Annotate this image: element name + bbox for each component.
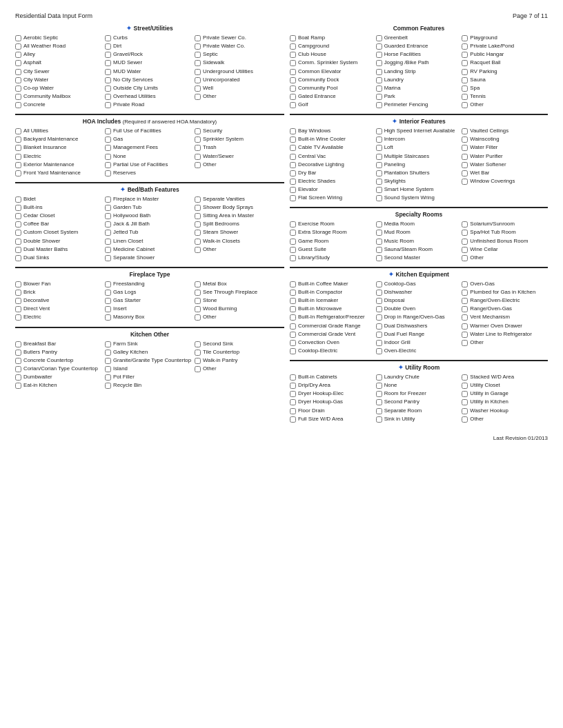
checkbox[interactable] <box>15 205 21 211</box>
checkbox[interactable] <box>195 298 201 304</box>
checkbox[interactable] <box>462 247 468 253</box>
checkbox[interactable] <box>105 136 111 143</box>
checkbox[interactable] <box>462 374 468 381</box>
checkbox[interactable] <box>105 128 111 134</box>
checkbox[interactable] <box>105 221 111 228</box>
checkbox[interactable] <box>462 69 468 75</box>
checkbox[interactable] <box>105 314 111 321</box>
checkbox[interactable] <box>195 247 201 253</box>
checkbox[interactable] <box>290 69 296 75</box>
checkbox[interactable] <box>290 77 296 83</box>
checkbox[interactable] <box>376 247 382 253</box>
checkbox[interactable] <box>376 290 382 296</box>
checkbox[interactable] <box>15 374 21 381</box>
checkbox[interactable] <box>195 358 201 364</box>
checkbox[interactable] <box>15 290 21 296</box>
checkbox[interactable] <box>15 170 21 176</box>
checkbox[interactable] <box>290 35 296 41</box>
checkbox[interactable] <box>105 35 111 41</box>
checkbox[interactable] <box>15 383 21 389</box>
checkbox[interactable] <box>105 69 111 75</box>
checkbox[interactable] <box>376 221 382 228</box>
checkbox[interactable] <box>15 213 21 219</box>
checkbox[interactable] <box>15 154 21 160</box>
checkbox[interactable] <box>376 52 382 58</box>
checkbox[interactable] <box>290 323 296 330</box>
checkbox[interactable] <box>105 281 111 287</box>
checkbox[interactable] <box>195 94 201 100</box>
checkbox[interactable] <box>376 35 382 41</box>
checkbox[interactable] <box>376 136 382 143</box>
checkbox[interactable] <box>105 290 111 296</box>
checkbox[interactable] <box>376 230 382 236</box>
checkbox[interactable] <box>15 162 21 168</box>
checkbox[interactable] <box>376 323 382 330</box>
checkbox[interactable] <box>195 213 201 219</box>
checkbox[interactable] <box>195 205 201 211</box>
checkbox[interactable] <box>195 69 201 75</box>
checkbox[interactable] <box>462 281 468 287</box>
checkbox[interactable] <box>290 408 296 414</box>
checkbox[interactable] <box>462 408 468 414</box>
checkbox[interactable] <box>462 306 468 312</box>
checkbox[interactable] <box>195 60 201 66</box>
checkbox[interactable] <box>376 348 382 354</box>
checkbox[interactable] <box>462 77 468 83</box>
checkbox[interactable] <box>105 85 111 92</box>
checkbox[interactable] <box>105 298 111 304</box>
checkbox[interactable] <box>290 162 296 168</box>
checkbox[interactable] <box>15 196 21 203</box>
checkbox[interactable] <box>376 298 382 304</box>
checkbox[interactable] <box>376 239 382 245</box>
checkbox[interactable] <box>376 391 382 397</box>
checkbox[interactable] <box>290 60 296 66</box>
checkbox[interactable] <box>290 374 296 381</box>
checkbox[interactable] <box>290 52 296 58</box>
checkbox[interactable] <box>195 136 201 143</box>
checkbox[interactable] <box>15 255 21 261</box>
checkbox[interactable] <box>105 52 111 58</box>
checkbox[interactable] <box>462 179 468 185</box>
checkbox[interactable] <box>462 323 468 330</box>
checkbox[interactable] <box>15 239 21 245</box>
checkbox[interactable] <box>195 35 201 41</box>
checkbox[interactable] <box>462 416 468 423</box>
checkbox[interactable] <box>105 374 111 381</box>
checkbox[interactable] <box>195 145 201 151</box>
checkbox[interactable] <box>376 170 382 176</box>
checkbox[interactable] <box>290 290 296 296</box>
checkbox[interactable] <box>462 60 468 66</box>
checkbox[interactable] <box>105 77 111 83</box>
checkbox[interactable] <box>105 60 111 66</box>
checkbox[interactable] <box>376 399 382 405</box>
checkbox[interactable] <box>462 170 468 176</box>
checkbox[interactable] <box>290 179 296 185</box>
checkbox[interactable] <box>15 52 21 58</box>
checkbox[interactable] <box>462 255 468 261</box>
checkbox[interactable] <box>15 85 21 92</box>
checkbox[interactable] <box>290 332 296 338</box>
checkbox[interactable] <box>462 230 468 236</box>
checkbox[interactable] <box>376 128 382 134</box>
checkbox[interactable] <box>195 196 201 203</box>
checkbox[interactable] <box>290 221 296 228</box>
checkbox[interactable] <box>290 255 296 261</box>
checkbox[interactable] <box>195 239 201 245</box>
checkbox[interactable] <box>195 366 201 372</box>
checkbox[interactable] <box>462 136 468 143</box>
checkbox[interactable] <box>376 255 382 261</box>
checkbox[interactable] <box>290 314 296 321</box>
checkbox[interactable] <box>290 154 296 160</box>
checkbox[interactable] <box>290 247 296 253</box>
checkbox[interactable] <box>462 399 468 405</box>
checkbox[interactable] <box>105 358 111 364</box>
checkbox[interactable] <box>376 332 382 338</box>
checkbox[interactable] <box>376 77 382 83</box>
checkbox[interactable] <box>290 340 296 346</box>
checkbox[interactable] <box>376 306 382 312</box>
checkbox[interactable] <box>15 314 21 321</box>
checkbox[interactable] <box>290 145 296 151</box>
checkbox[interactable] <box>462 85 468 92</box>
checkbox[interactable] <box>290 298 296 304</box>
checkbox[interactable] <box>290 399 296 405</box>
